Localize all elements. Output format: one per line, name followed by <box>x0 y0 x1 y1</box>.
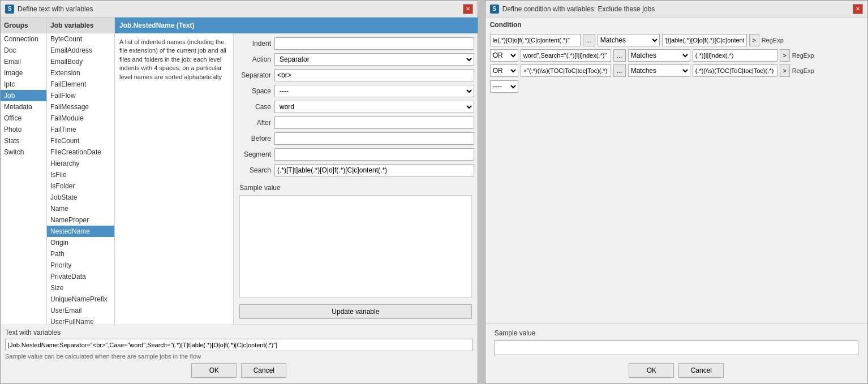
search-row: Search <box>237 163 474 177</box>
jobvars-header: Job variables <box>47 18 114 33</box>
right-app-icon: S <box>490 5 499 14</box>
right-close-button[interactable]: ✕ <box>853 4 863 14</box>
action-select[interactable]: Separator <box>274 53 474 66</box>
jobvars-list[interactable]: ByteCount EmailAddress EmailBody Extensi… <box>47 33 114 325</box>
condition-value-1[interactable] <box>490 34 581 46</box>
segment-input[interactable] <box>274 148 474 161</box>
separator-input[interactable] <box>274 69 474 81</box>
update-variable-button[interactable]: Update variable <box>239 304 472 319</box>
jobvar-bytecount[interactable]: ByteCount <box>47 33 114 45</box>
condition-matches-select-3[interactable]: Matches <box>628 64 690 77</box>
condition-value-2[interactable] <box>521 49 611 62</box>
condition-row-3: OR ... Matches > RegExp <box>490 64 863 77</box>
groups-header: Groups <box>1 18 46 33</box>
form-area: Indent Action Separator Separator <box>234 33 478 325</box>
condition-gt-btn-3[interactable]: > <box>780 64 790 77</box>
right-title-bar: S Define condition with variables: Exclu… <box>485 1 867 18</box>
condition-gt-btn-2[interactable]: > <box>780 49 790 62</box>
after-row: After <box>237 116 474 130</box>
condition-dots-btn-1[interactable]: ... <box>583 34 595 46</box>
jobvar-failmessage[interactable]: FailMessage <box>47 101 114 113</box>
search-input[interactable] <box>274 164 474 176</box>
main-panel: Job.NestedName (Text) A list of indented… <box>115 18 478 325</box>
condition-matches-select-2[interactable]: Matches <box>628 49 690 62</box>
jobvar-origin[interactable]: Origin <box>47 237 114 248</box>
right-cancel-button[interactable]: Cancel <box>678 363 724 378</box>
jobvar-path[interactable]: Path <box>47 248 114 260</box>
jobvar-isfolder[interactable]: IsFolder <box>47 180 114 192</box>
sample-value-label: Sample value <box>237 182 474 193</box>
jobvar-failelement[interactable]: FailElement <box>47 79 114 90</box>
jobvar-emailbody[interactable]: EmailBody <box>47 56 114 67</box>
condition-dots-btn-3[interactable]: ... <box>613 64 626 77</box>
condition-row-1: ... Matches > RegExp <box>490 33 863 47</box>
condition-regex-1[interactable] <box>662 34 747 46</box>
condition-regexp-label-3: RegExp <box>792 67 814 74</box>
jobvar-isfile[interactable]: IsFile <box>47 169 114 180</box>
jobvar-filecreationdate[interactable]: FileCreationDate <box>47 146 114 158</box>
group-office[interactable]: Office <box>1 113 46 124</box>
condition-gt-btn-1[interactable]: > <box>749 34 759 46</box>
sample-calc-note: Sample value can be calculated when ther… <box>5 353 473 360</box>
space-select[interactable]: ---- <box>274 85 474 97</box>
jobvar-hierarchy[interactable]: Hierarchy <box>47 158 114 169</box>
left-cancel-button[interactable]: Cancel <box>241 363 286 378</box>
group-iptc[interactable]: Iptc <box>1 79 46 90</box>
left-close-button[interactable]: ✕ <box>463 4 473 14</box>
text-with-vars-input[interactable] <box>5 339 473 351</box>
group-switch[interactable]: Switch <box>1 146 46 158</box>
dialog-divider <box>480 0 483 384</box>
right-dialog: S Define condition with variables: Exclu… <box>485 0 868 384</box>
condition-regex-3[interactable] <box>693 64 777 77</box>
condition-regexp-label-2: RegExp <box>792 52 814 59</box>
jobvar-size[interactable]: Size <box>47 282 114 294</box>
condition-connector-2[interactable]: OR <box>490 49 518 62</box>
jobvar-nameproper[interactable]: NameProper <box>47 214 114 226</box>
group-metadata[interactable]: Metadata <box>1 101 46 113</box>
case-select[interactable]: word <box>274 101 474 113</box>
jobvar-priority[interactable]: Priority <box>47 260 114 271</box>
condition-add-connector[interactable]: ---- <box>490 80 518 93</box>
jobvar-jobstate[interactable]: JobState <box>47 192 114 203</box>
right-ok-button[interactable]: OK <box>629 363 674 378</box>
left-ok-button[interactable]: OK <box>191 363 237 378</box>
jobvar-uniquenameprefix[interactable]: UniqueNamePrefix <box>47 294 114 305</box>
right-sample-value-input[interactable] <box>495 340 858 355</box>
jobvar-privatedata[interactable]: PrivateData <box>47 271 114 282</box>
jobvar-userfullname[interactable]: UserFullName <box>47 316 114 325</box>
sample-area: Sample value <box>237 182 474 300</box>
groups-list[interactable]: Connection Doc Email Image Iptc Job Meta… <box>1 33 46 325</box>
group-job[interactable]: Job <box>1 90 46 101</box>
jobvar-failtime[interactable]: FailTime <box>47 124 114 135</box>
condition-matches-select-1[interactable]: Matches <box>598 34 660 46</box>
jobvar-useremail[interactable]: UserEmail <box>47 305 114 316</box>
jobvar-emailaddress[interactable]: EmailAddress <box>47 45 114 56</box>
action-label: Action <box>237 55 271 63</box>
group-doc[interactable]: Doc <box>1 45 46 56</box>
jobvar-failmodule[interactable]: FailModule <box>47 113 114 124</box>
jobvar-filecount[interactable]: FileCount <box>47 135 114 146</box>
indent-input[interactable] <box>274 37 474 50</box>
before-label: Before <box>237 135 271 143</box>
jobvar-extension[interactable]: Extension <box>47 67 114 79</box>
after-input[interactable] <box>274 117 474 129</box>
condition-dots-btn-2[interactable]: ... <box>613 49 626 62</box>
group-image[interactable]: Image <box>1 67 46 79</box>
groups-panel: Groups Connection Doc Email Image Iptc J… <box>1 18 47 325</box>
group-stats[interactable]: Stats <box>1 135 46 146</box>
condition-regex-2[interactable] <box>693 49 777 62</box>
group-connection[interactable]: Connection <box>1 33 46 45</box>
sample-value-box <box>239 195 472 297</box>
group-email[interactable]: Email <box>1 56 46 67</box>
before-row: Before <box>237 132 474 145</box>
search-label: Search <box>237 166 271 174</box>
group-photo[interactable]: Photo <box>1 124 46 135</box>
jobvar-nestedname[interactable]: NestedName <box>47 226 114 237</box>
jobvar-name[interactable]: Name <box>47 203 114 214</box>
before-input[interactable] <box>274 132 474 145</box>
after-label: After <box>237 119 271 127</box>
condition-value-3[interactable] <box>521 64 611 77</box>
jobvar-failflow[interactable]: FailFlow <box>47 90 114 101</box>
condition-connector-3[interactable]: OR <box>490 64 518 77</box>
left-dialog-bottom: Text with variables Sample value can be … <box>1 325 478 383</box>
